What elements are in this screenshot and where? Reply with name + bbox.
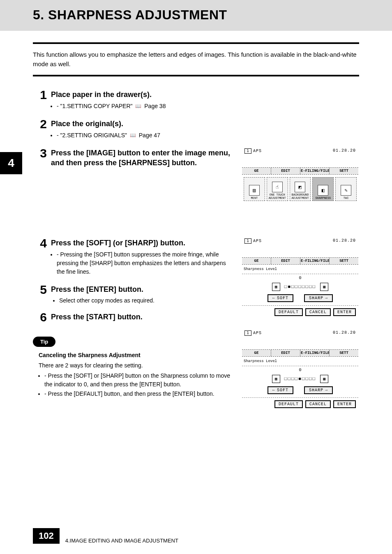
grid-icon: ▤ xyxy=(249,185,260,196)
step-6: 6 Press the [START] button. xyxy=(33,311,235,324)
panel-date: 01.28.20 xyxy=(333,148,356,154)
panel-tab-efile[interactable]: E-FILING/FILE xyxy=(300,350,330,356)
step-ref: - "2.SETTING ORIGINALS" 📖 Page 47 xyxy=(57,131,359,140)
arrow-right-icon: → xyxy=(325,296,328,300)
lcd-panel-sharpness-soft: 1APS 01.28.20 GE EDIT E-FILING/FILE SETT… xyxy=(242,237,358,319)
panel-tab-sett[interactable]: SETT xyxy=(330,168,358,174)
page-number: 102 xyxy=(33,528,60,544)
enter-button[interactable]: ENTER xyxy=(333,400,356,408)
book-icon: 📖 xyxy=(135,102,141,110)
page-header: 5. SHARPNESS ADJUSTMENT xyxy=(0,0,392,31)
panel-date: 01.28.20 xyxy=(333,330,356,336)
soft-button[interactable]: ←SOFT xyxy=(267,294,293,302)
step-title: Press the [START] button. xyxy=(51,312,235,322)
cancel-button[interactable]: CANCEL xyxy=(305,308,331,316)
panel-btn-onetouch[interactable]: ☝ONE TOUCH ADJUSTMENT xyxy=(267,177,288,201)
panel-btn-twi[interactable]: ✎TWI xyxy=(335,177,357,201)
panel-copy-count: 1 xyxy=(244,238,251,244)
sharpness-slider[interactable]: □□□□■□□□□ xyxy=(284,376,316,381)
lcd-panel-sharpness-center: 1APS 01.28.20 GE EDIT E-FILING/FILE SETT… xyxy=(242,329,358,411)
tip-lead: There are 2 ways for clearing the settin… xyxy=(39,361,235,370)
panel-tab-efile[interactable]: E-FILING/FILE xyxy=(300,168,330,174)
panel-tab-ge[interactable]: GE xyxy=(242,168,271,174)
arrow-right-icon: → xyxy=(325,388,328,392)
step-bullet: Select other copy modes as required. xyxy=(59,297,235,304)
arrow-left-icon: ← xyxy=(272,388,275,392)
panel-tab-efile[interactable]: E-FILING/FILE xyxy=(300,258,330,264)
slider-zero-label: 0 xyxy=(242,368,358,372)
step-ref: - "1.SETTING COPY PAPER" 📖 Page 38 xyxy=(57,102,359,111)
step-title: Place the original(s). xyxy=(51,119,359,129)
step-title: Press the [ENTER] button. xyxy=(51,284,235,294)
tip-item: - Press the [DEFAULT] button, and then p… xyxy=(44,390,235,398)
panel-btn-sharpness[interactable]: ◧SHARPNESS xyxy=(312,177,334,201)
panel-tab-sett[interactable]: SETT xyxy=(330,350,358,356)
step-number: 2 xyxy=(33,118,47,130)
soft-preview-icon: ▦ xyxy=(272,375,280,383)
step-number: 6 xyxy=(33,311,47,323)
lcd-panel-image-menu: 1APS 01.28.20 GE EDIT E-FILING/FILE SETT… xyxy=(242,147,358,226)
panel-tab-ge[interactable]: GE xyxy=(242,350,271,356)
panel-tab-edit[interactable]: EDIT xyxy=(271,258,300,264)
step-number: 1 xyxy=(33,89,47,101)
panel-sharpness-label: Sharpness Level xyxy=(242,357,358,366)
step-title: Press the [IMAGE] button to enter the im… xyxy=(51,148,235,168)
step-5: 5 Press the [ENTER] button. Select other… xyxy=(33,284,235,307)
step-2: 2 Place the original(s). - "2.SETTING OR… xyxy=(33,118,359,144)
panel-tab-ge[interactable]: GE xyxy=(242,258,271,264)
panel-copy-count: 1 xyxy=(244,148,251,154)
cancel-button[interactable]: CANCEL xyxy=(305,400,331,408)
panel-aps-label: APS xyxy=(253,239,262,243)
intro-text: This function allows you to emphasize th… xyxy=(33,42,359,76)
sharp-button[interactable]: SHARP→ xyxy=(304,294,333,302)
panel-aps-label: APS xyxy=(253,149,262,153)
bg-icon: ◩ xyxy=(295,182,305,192)
tip-badge: Tip xyxy=(33,337,55,347)
default-button[interactable]: DEFAULT xyxy=(274,400,303,408)
page-content: This function allows you to emphasize th… xyxy=(0,31,392,554)
panel-btn-background[interactable]: ◩BACKGROUND ADJUSTMENT xyxy=(290,177,311,201)
default-button[interactable]: DEFAULT xyxy=(274,308,303,316)
sharpness-icon: ◧ xyxy=(318,185,328,196)
chapter-label: 4.IMAGE EDITING AND IMAGE ADJUSTMENT xyxy=(65,538,178,544)
page-footer: 102 4.IMAGE EDITING AND IMAGE ADJUSTMENT xyxy=(33,528,359,554)
book-icon: 📖 xyxy=(130,132,136,139)
enter-button[interactable]: ENTER xyxy=(333,308,356,316)
chapter-side-tab: 4 xyxy=(0,152,22,174)
step-note: - Pressing the [SOFT] button suppresses … xyxy=(57,250,235,276)
sharpness-slider[interactable]: □■□□□□□□□ xyxy=(284,284,316,289)
panel-tab-edit[interactable]: EDIT xyxy=(271,168,300,174)
panel-aps-label: APS xyxy=(253,331,262,335)
step-number: 5 xyxy=(33,284,47,296)
sharp-button[interactable]: SHARP→ xyxy=(304,386,333,394)
soft-preview-icon: ▦ xyxy=(272,283,280,291)
sharp-preview-icon: ▩ xyxy=(320,375,328,383)
step-1: 1 Place paper in the drawer(s). - "1.SET… xyxy=(33,89,359,115)
step-number: 3 xyxy=(33,147,47,159)
step-title: Place paper in the drawer(s). xyxy=(51,90,359,99)
step-title: Press the [SOFT] (or [SHARP]) button. xyxy=(51,238,235,248)
step-number: 4 xyxy=(33,237,47,249)
twi-icon: ✎ xyxy=(341,185,351,196)
hand-icon: ☝ xyxy=(272,182,283,192)
tip-title: Canceling the Sharpness Adjustment xyxy=(39,351,235,360)
panel-date: 01.28.20 xyxy=(333,238,356,244)
panel-tab-edit[interactable]: EDIT xyxy=(271,350,300,356)
sharp-preview-icon: ▩ xyxy=(320,283,328,291)
panel-tab-sett[interactable]: SETT xyxy=(330,258,358,264)
slider-zero-label: 0 xyxy=(242,276,358,280)
soft-button[interactable]: ←SOFT xyxy=(267,386,293,394)
panel-sharpness-label: Sharpness Level xyxy=(242,265,358,274)
panel-btn-ment[interactable]: ▤MENT xyxy=(244,177,265,201)
tip-item: - Press the [SOFT] or [SHARP] button on … xyxy=(44,372,235,389)
step-4: 4 Press the [SOFT] (or [SHARP]) button. … xyxy=(33,237,235,280)
arrow-left-icon: ← xyxy=(272,296,275,300)
tip-block: Canceling the Sharpness Adjustment There… xyxy=(33,351,235,398)
panel-copy-count: 1 xyxy=(244,330,251,336)
step-3: 3 Press the [IMAGE] button to enter the … xyxy=(33,147,235,171)
page-title: 5. SHARPNESS ADJUSTMENT xyxy=(33,7,392,23)
